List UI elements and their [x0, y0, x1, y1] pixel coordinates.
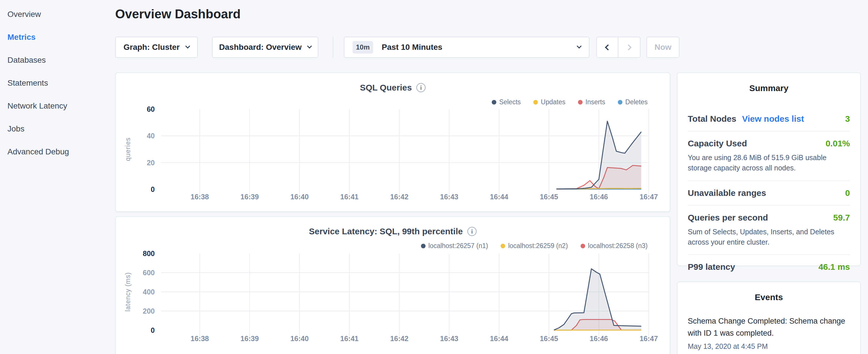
- sql-queries-chart-card: 16:3816:3916:4016:4116:4216:4316:4416:45…: [115, 72, 670, 212]
- event-message: Schema Change Completed: Schema change w…: [688, 315, 850, 340]
- time-forward-button[interactable]: [618, 37, 641, 58]
- svg-text:16:42: 16:42: [390, 193, 408, 201]
- svg-text:16:40: 16:40: [290, 334, 309, 343]
- summary-row-value: 46.1 ms: [818, 262, 850, 272]
- dashboard-dropdown-label: Dashboard: Overview: [219, 43, 302, 52]
- legend-item-deletes: Deletes: [618, 98, 648, 106]
- svg-text:400: 400: [143, 288, 155, 296]
- info-icon[interactable]: i: [416, 83, 426, 92]
- legend-dot-icon: [578, 100, 583, 104]
- legend-label: localhost:26259 (n2): [508, 242, 568, 250]
- svg-text:16:42: 16:42: [390, 334, 408, 343]
- sidebar-item-network-latency[interactable]: Network Latency: [7, 95, 109, 118]
- svg-text:queries: queries: [124, 137, 131, 161]
- legend-item-selects: Selects: [492, 98, 521, 106]
- sidebar-item-statements[interactable]: Statements: [7, 72, 109, 95]
- svg-text:16:39: 16:39: [241, 334, 259, 343]
- summary-row-value: 3: [845, 114, 850, 124]
- legend-item-inserts: Inserts: [578, 98, 605, 106]
- summary-row-value: 0.01%: [826, 139, 850, 148]
- legend-dot-icon: [618, 100, 622, 104]
- info-icon[interactable]: i: [467, 227, 476, 236]
- svg-text:600: 600: [143, 269, 155, 277]
- sidebar-item-overview[interactable]: Overview: [7, 3, 109, 26]
- svg-text:16:47: 16:47: [640, 334, 658, 343]
- time-range-badge: 10m: [352, 41, 373, 54]
- summary-row-queries-per-second: Queries per second59.7Sum of Selects, Up…: [688, 206, 850, 255]
- dashboard-dropdown[interactable]: Dashboard: Overview: [212, 37, 318, 58]
- summary-row-description: Sum of Selects, Updates, Inserts, and De…: [688, 227, 850, 248]
- chevron-down-icon: [307, 44, 312, 49]
- time-range-label: Past 10 Minutes: [382, 43, 442, 52]
- legend-dot-icon: [421, 244, 426, 248]
- svg-text:16:43: 16:43: [440, 334, 459, 343]
- sidebar-item-jobs[interactable]: Jobs: [7, 118, 109, 140]
- svg-text:16:40: 16:40: [290, 193, 309, 201]
- graph-dropdown[interactable]: Graph: Cluster: [115, 37, 198, 58]
- legend-dot-icon: [492, 100, 496, 104]
- page-title: Overview Dashboard: [115, 7, 241, 21]
- svg-text:16:44: 16:44: [490, 193, 508, 201]
- summary-row-description: You are using 28.6 MiB of 515.9 GiB usab…: [688, 152, 850, 173]
- svg-text:60: 60: [147, 105, 155, 113]
- chart-head: SQL Queries i: [116, 83, 670, 93]
- legend-label: Inserts: [585, 98, 605, 106]
- view-nodes-list-link[interactable]: View nodes list: [742, 114, 804, 124]
- legend-dot-icon: [533, 100, 538, 104]
- svg-text:0: 0: [151, 326, 155, 334]
- legend-label: Updates: [541, 98, 565, 106]
- chart-head: Service Latency: SQL, 99th percentile i: [116, 227, 670, 236]
- event-timestamp: May 13, 2020 at 4:45 PM: [688, 342, 850, 351]
- legend-item-localhost-26258-n3: localhost:26258 (n3): [581, 242, 648, 250]
- svg-text:0: 0: [151, 185, 155, 193]
- svg-text:200: 200: [143, 307, 155, 315]
- svg-text:800: 800: [143, 250, 155, 257]
- legend-label: localhost:26258 (n3): [588, 242, 648, 250]
- events-panel: Events Schema Change Completed: Schema c…: [677, 282, 861, 354]
- sidebar-nav: OverviewMetricsDatabasesStatementsNetwor…: [0, 0, 109, 354]
- summary-row-capacity-used: Capacity Used0.01%You are using 28.6 MiB…: [688, 131, 850, 181]
- legend-label: Deletes: [625, 98, 648, 106]
- chevron-left-icon: [605, 44, 611, 50]
- summary-row-total-nodes: Total NodesView nodes list3: [688, 107, 850, 131]
- legend-item-localhost-26257-n1: localhost:26257 (n1): [421, 242, 488, 250]
- time-pager: [596, 37, 641, 58]
- summary-row-p99-latency: P99 latency46.1 ms: [688, 255, 850, 279]
- svg-text:20: 20: [147, 159, 155, 167]
- legend-label: localhost:26257 (n1): [428, 242, 488, 250]
- svg-text:16:45: 16:45: [540, 334, 558, 343]
- svg-text:16:47: 16:47: [640, 193, 658, 201]
- sidebar-item-advanced-debug[interactable]: Advanced Debug: [7, 140, 109, 163]
- summary-row-label: P99 latency: [688, 262, 735, 272]
- legend-dot-icon: [581, 244, 585, 248]
- service-latency-chart-card: 16:3816:3916:4016:4116:4216:4316:4416:45…: [115, 216, 670, 354]
- time-back-button[interactable]: [596, 37, 618, 58]
- svg-text:16:38: 16:38: [191, 334, 209, 343]
- graph-dropdown-label: Graph: Cluster: [124, 43, 180, 52]
- summary-row-unavailable-ranges: Unavailable ranges0: [688, 181, 850, 206]
- sidebar-item-metrics[interactable]: Metrics: [7, 26, 109, 49]
- chart-legend: SelectsUpdatesInsertsDeletes: [492, 98, 648, 106]
- sidebar-item-databases[interactable]: Databases: [7, 49, 109, 72]
- legend-dot-icon: [501, 244, 505, 248]
- svg-text:16:44: 16:44: [490, 334, 508, 343]
- svg-text:16:45: 16:45: [540, 193, 558, 201]
- summary-row-label: Capacity Used: [688, 139, 747, 148]
- legend-item-updates: Updates: [533, 98, 565, 106]
- svg-text:16:43: 16:43: [440, 193, 459, 201]
- events-list: Schema Change Completed: Schema change w…: [688, 315, 850, 351]
- time-range-selector[interactable]: 10m Past 10 Minutes: [344, 37, 589, 58]
- summary-row-value: 0: [845, 188, 850, 198]
- chart-title: Service Latency: SQL, 99th percentile: [309, 227, 463, 236]
- summary-row-label: Total Nodes: [688, 114, 736, 124]
- svg-text:16:41: 16:41: [340, 334, 359, 343]
- service-latency-plot: 16:3816:3916:4016:4116:4216:4316:4416:45…: [116, 217, 670, 354]
- svg-text:16:39: 16:39: [241, 193, 259, 201]
- chevron-down-icon: [185, 44, 190, 49]
- summary-row-value: 59.7: [833, 213, 850, 223]
- legend-item-localhost-26259-n2: localhost:26259 (n2): [501, 242, 568, 250]
- toolbar-divider: [333, 37, 333, 58]
- now-button[interactable]: Now: [647, 37, 679, 58]
- summary-panel: Summary Total NodesView nodes list3Capac…: [677, 72, 861, 266]
- summary-row-label: Unavailable ranges: [688, 188, 766, 198]
